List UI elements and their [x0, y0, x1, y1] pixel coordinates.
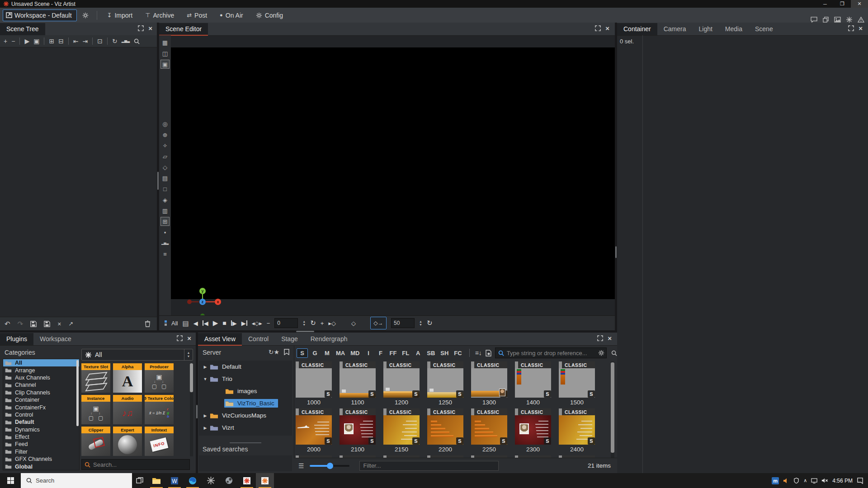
tab-camera[interactable]: Camera [657, 23, 693, 35]
asset-thumbnail-1200[interactable]: CLASSIC S 1200 [383, 361, 420, 406]
update-mode-button[interactable]: ◇→ [370, 317, 387, 329]
mute-icon[interactable] [821, 478, 828, 483]
bars-icon[interactable]: ▂▅▃ [160, 239, 170, 248]
tree-node-vizrt[interactable]: ▶Vizrt [199, 422, 292, 434]
taskbar-search-box[interactable]: Search [21, 473, 132, 488]
taskbar-viz-trio-icon[interactable] [238, 473, 256, 488]
keyframe-next-icon[interactable]: ▸◇ [328, 320, 336, 327]
notification-icon[interactable] [857, 478, 863, 484]
smart-search-icon[interactable] [611, 350, 617, 356]
tab-asset-view[interactable]: Asset View [198, 333, 242, 345]
expand-panel-icon[interactable] [595, 25, 601, 31]
keyframe-lock-icon[interactable]: ▤ [182, 320, 189, 327]
asset-thumbnail-1400[interactable]: CLASSIC S 1400 [515, 361, 551, 406]
layout-icon[interactable]: ▦ [160, 38, 170, 47]
collapse-tree-icon[interactable]: ⊟ [58, 38, 64, 44]
type-filter-g[interactable]: G [310, 349, 320, 357]
safe-area-icon[interactable]: ◫ [160, 49, 170, 58]
minimize-button[interactable]: ─ [816, 0, 834, 8]
tree-node-default[interactable]: ▶Default [199, 361, 292, 373]
category-item-aux-channels[interactable]: Aux Channels [3, 374, 79, 381]
play-reverse-button[interactable]: ◀ [193, 320, 198, 327]
performance-icon[interactable]: ▪ [160, 228, 170, 237]
add-container-icon[interactable]: + [4, 38, 7, 44]
workspace-settings-icon[interactable] [82, 12, 89, 19]
image-icon[interactable] [834, 17, 841, 23]
detail-view-icon[interactable] [486, 350, 491, 357]
asset-thumbnail-2300[interactable]: CLASSIC S 2300 [515, 408, 551, 453]
workspace-selector[interactable]: Workspace - Default [3, 9, 77, 21]
snowflake-icon[interactable] [846, 17, 852, 23]
type-filter-a[interactable]: A [413, 349, 423, 357]
tab-stage[interactable]: Stage [275, 333, 304, 345]
undo-icon[interactable]: ↶ [5, 320, 10, 327]
saved-searches-list[interactable] [199, 455, 292, 471]
type-filter-fl[interactable]: FL [400, 349, 411, 357]
start-button[interactable] [0, 473, 21, 488]
type-filter-sb[interactable]: SB [425, 349, 437, 357]
stop-animation-icon[interactable]: ▣ [33, 38, 39, 44]
category-item-container[interactable]: Container [3, 396, 79, 404]
category-item-arrange[interactable]: Arrange [3, 366, 79, 374]
chat-icon[interactable] [811, 17, 817, 23]
expand-panel-icon[interactable] [848, 25, 854, 31]
grid-toggle-icon[interactable]: ⊞ [160, 217, 170, 226]
plugin-tile-producer[interactable]: Producer ▣↓↓▢▢ [145, 363, 174, 393]
type-filter-s[interactable]: S [297, 348, 308, 358]
render-viewport[interactable]: y z x [171, 47, 615, 299]
clock[interactable]: 4:56 PM [832, 478, 853, 484]
teams-icon[interactable]: m [772, 477, 779, 484]
type-filter-ma[interactable]: MA [334, 349, 347, 357]
search-settings-icon[interactable] [598, 350, 604, 356]
play-button[interactable]: ▶ [213, 319, 218, 327]
expand-panel-icon[interactable] [597, 335, 603, 341]
tab-plugins[interactable]: Plugins [0, 333, 33, 345]
orbit-icon[interactable]: ⊕ [160, 130, 170, 139]
wireframe-icon[interactable]: ▥ [160, 206, 170, 215]
asset-thumbnail-2000[interactable]: CLASSIC S 2000 [296, 408, 332, 453]
tree-expander-icon[interactable]: ▶ [202, 413, 209, 418]
maximize-button[interactable]: ❐ [834, 0, 851, 8]
frame-field[interactable] [274, 318, 298, 328]
display-icon[interactable] [811, 478, 817, 483]
perspective-icon[interactable]: ▱ [160, 152, 170, 161]
refresh-search-icon[interactable]: ↻★ [269, 349, 279, 355]
go-to-end-button[interactable]: ▶ [241, 320, 247, 327]
category-item-dynamics[interactable]: Dynamics [3, 426, 79, 433]
tab-media[interactable]: Media [719, 23, 749, 35]
light-icon[interactable]: ✧ [160, 141, 170, 150]
add-keyframe-icon[interactable]: ⊡ [97, 38, 103, 44]
increment-button[interactable]: + [321, 320, 324, 327]
plugin-tile-instance[interactable]: Instance ▣↓↓▢▢ [81, 395, 110, 424]
category-item-global[interactable]: Global [3, 463, 79, 470]
category-filter-dropdown[interactable]: All ▲▼ [81, 349, 193, 361]
category-item-all[interactable]: All [3, 359, 79, 366]
task-view-button[interactable] [132, 473, 147, 488]
category-item-containerfx[interactable]: ContainerFx [3, 404, 79, 411]
menu-item-on-air[interactable]: ●On Air [213, 8, 250, 23]
asset-thumbnail-2400[interactable]: CLASSIC S 2400 [559, 408, 595, 453]
tab-scene[interactable]: Scene [749, 23, 779, 35]
taskbar-explorer-icon[interactable] [147, 473, 165, 488]
bounding-box-icon[interactable]: □ [160, 184, 170, 193]
redo-icon[interactable]: ↷ [18, 320, 24, 327]
expand-tree-icon[interactable]: ⊞ [49, 38, 54, 44]
tree-expander-icon[interactable]: ▶ [202, 426, 209, 430]
view-mode-icon[interactable]: ▣ [160, 60, 170, 69]
asset-thumbnail-2100[interactable]: CLASSIC S 2100 [340, 408, 376, 453]
channels-icon[interactable] [165, 320, 167, 326]
plugin-tile-øtexturecolor[interactable]: Ø Texture Color x̄ = 1/n Σrgb [145, 395, 174, 424]
tab-scene-tree[interactable]: Scene Tree [0, 23, 45, 35]
copy-icon[interactable] [823, 17, 829, 23]
category-item-default[interactable]: Default [3, 418, 79, 426]
menu-item-config[interactable]: Config [250, 8, 289, 23]
go-to-start-button[interactable]: ◀ [203, 320, 208, 327]
list-view-icon[interactable]: ☰ [298, 463, 304, 469]
taskbar-steam-icon[interactable] [220, 473, 238, 488]
plugin-tile-textureslot[interactable]: Texture Slot [81, 363, 110, 393]
remove-container-icon[interactable]: − [11, 38, 15, 44]
trash-icon[interactable] [145, 320, 151, 327]
asset-thumbnail-1000[interactable]: CLASSIC S 1000 [296, 361, 332, 406]
chevron-up-icon[interactable]: ∧ [803, 478, 807, 483]
plugin-tile-audio[interactable]: Audio ♪♫ [113, 395, 142, 424]
